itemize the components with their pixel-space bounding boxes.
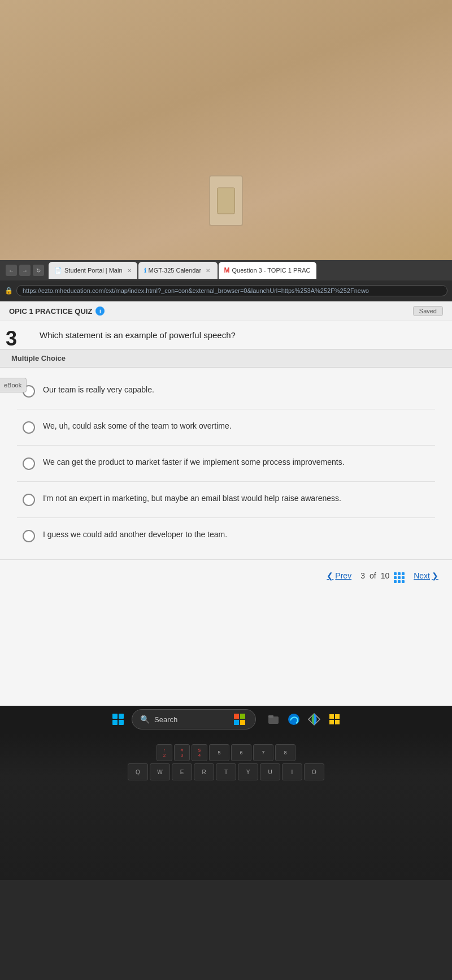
quiz-title: OPIC 1 PRACTICE QUIZ i	[9, 306, 105, 316]
svg-rect-7	[329, 714, 334, 719]
choice-item-c[interactable]: We can get the product to market faster …	[17, 446, 435, 482]
address-input[interactable]: https://ezto.mheducation.com/ext/map/ind…	[16, 285, 447, 296]
key-e[interactable]: E	[172, 763, 192, 780]
address-bar: 🔒 https://ezto.mheducation.com/ext/map/i…	[0, 280, 452, 301]
key-8[interactable]: 8	[275, 744, 295, 761]
svg-rect-2	[234, 720, 239, 725]
tab-label-2: MGT-325 Calendar	[149, 267, 202, 274]
file-manager-icon[interactable]	[265, 711, 282, 728]
saved-badge: Saved	[413, 306, 443, 316]
grid-nav-icon[interactable]	[394, 568, 405, 583]
ebook-tab[interactable]: eBook	[0, 378, 27, 392]
key-7[interactable]: 7	[253, 744, 273, 761]
copilot-icon[interactable]	[306, 711, 323, 728]
of-label: of	[370, 571, 376, 580]
key-q[interactable]: Q	[128, 763, 148, 780]
nav-footer: ❮ Prev 3 of 10 Next ❯	[0, 559, 452, 591]
tab-icon-3: M	[224, 266, 230, 274]
taskbar: 🔍 Search	[0, 706, 452, 733]
nav-controls: ← → ↻	[2, 265, 47, 276]
radio-b[interactable]	[23, 421, 35, 434]
store-icon[interactable]	[326, 711, 343, 728]
choice-item-b[interactable]: We, uh, could ask some of the team to wo…	[17, 409, 435, 446]
key-u[interactable]: U	[260, 763, 280, 780]
key-1[interactable]: ↑2	[157, 744, 172, 761]
tab-bar: ← → ↻ 📄 Student Portal | Main ✕ ℹ MGT-32…	[0, 260, 452, 280]
svg-rect-9	[329, 720, 334, 724]
next-chevron-icon: ❯	[432, 571, 438, 580]
wall-background	[0, 0, 452, 260]
key-i[interactable]: I	[282, 763, 302, 780]
key-5[interactable]: 5	[209, 744, 229, 761]
choice-text-e: I guess we could add another developer t…	[43, 529, 227, 541]
taskbar-search-bar[interactable]: 🔍 Search	[132, 709, 256, 729]
radio-c[interactable]	[23, 457, 35, 470]
prev-label: Prev	[335, 571, 351, 580]
edge-icon[interactable]	[285, 711, 302, 728]
svg-rect-5	[268, 715, 273, 718]
browser-chrome: ← → ↻ 📄 Student Portal | Main ✕ ℹ MGT-32…	[0, 260, 452, 301]
key-y[interactable]: Y	[238, 763, 258, 780]
key-o[interactable]: O	[304, 763, 324, 780]
key-3[interactable]: $4	[192, 744, 207, 761]
question-type-label: Multiple Choice	[0, 349, 452, 368]
svg-rect-10	[335, 720, 340, 724]
tab-student-portal[interactable]: 📄 Student Portal | Main ✕	[49, 262, 137, 279]
tab-icon-2: ℹ	[144, 267, 146, 274]
tab-question3[interactable]: M Question 3 - TOPIC 1 PRAC	[219, 262, 316, 279]
radio-e[interactable]	[23, 530, 35, 542]
windows-logo-icon	[112, 714, 124, 725]
radio-d[interactable]	[23, 494, 35, 506]
tab-icon: 📄	[54, 267, 62, 274]
choice-item-d[interactable]: I'm not an expert in marketing, but mayb…	[17, 482, 435, 518]
next-label: Next	[414, 571, 430, 580]
current-page: 3	[360, 571, 365, 580]
reload-button[interactable]: ↻	[33, 265, 44, 276]
key-2[interactable]: #3	[174, 744, 190, 761]
prev-button[interactable]: ❮ Prev	[327, 571, 351, 580]
choice-text-d: I'm not an expert in marketing, but mayb…	[43, 493, 341, 504]
svg-rect-8	[335, 714, 340, 719]
next-button[interactable]: Next ❯	[414, 571, 438, 580]
key-w[interactable]: W	[150, 763, 170, 780]
tab-close-1[interactable]: ✕	[127, 267, 132, 274]
lock-icon: 🔒	[5, 287, 13, 295]
total-pages: 10	[381, 571, 390, 580]
key-t[interactable]: T	[216, 763, 236, 780]
laptop-screen: ← → ↻ 📄 Student Portal | Main ✕ ℹ MGT-32…	[0, 260, 452, 733]
choice-text-a: Our team is really very capable.	[43, 385, 154, 396]
bing-icon	[232, 711, 247, 727]
search-label: Search	[154, 715, 177, 724]
light-switch	[209, 175, 243, 226]
svg-rect-3	[240, 720, 245, 725]
forward-button[interactable]: →	[19, 265, 31, 276]
tab-close-2[interactable]: ✕	[206, 267, 210, 274]
search-icon: 🔍	[140, 715, 150, 724]
info-icon[interactable]: i	[95, 306, 105, 316]
windows-start-button[interactable]	[109, 710, 127, 728]
key-r[interactable]: R	[194, 763, 214, 780]
choice-item-a[interactable]: Our team is really very capable.	[17, 373, 435, 409]
keyboard-row-numbers: ↑2 #3 $4 5 6 7 8	[6, 744, 446, 761]
key-6[interactable]: 6	[231, 744, 251, 761]
keyboard-row-qwerty: Q W E R T Y U I O	[6, 763, 446, 780]
choices-area: Our team is really very capable. We, uh,…	[0, 368, 452, 559]
tab-mgt-calendar[interactable]: ℹ MGT-325 Calendar ✕	[138, 262, 218, 279]
choice-item-e[interactable]: I guess we could add another developer t…	[17, 518, 435, 554]
choice-text-b: We, uh, could ask some of the team to wo…	[43, 421, 232, 432]
keyboard-area: ↑2 #3 $4 5 6 7 8 Q W E R T Y U I O	[0, 733, 452, 880]
tab-label-3: Question 3 - TOPIC 1 PRAC	[232, 267, 311, 274]
back-button[interactable]: ←	[6, 265, 17, 276]
question-area: 3 Which statement is an example of power…	[0, 321, 452, 349]
question-number: 3	[6, 327, 17, 351]
choice-text-c: We can get the product to market faster …	[43, 457, 345, 468]
quiz-content: eBook 3 Which statement is an example of…	[0, 321, 452, 706]
svg-rect-1	[240, 714, 245, 719]
prev-chevron-icon: ❮	[327, 571, 333, 580]
quiz-title-text: OPIC 1 PRACTICE QUIZ	[9, 307, 92, 316]
question-text: Which statement is an example of powerfu…	[34, 330, 441, 340]
tab-label: Student Portal | Main	[64, 267, 123, 274]
page-info: 3 of 10	[360, 568, 405, 583]
quiz-header: OPIC 1 PRACTICE QUIZ i Saved	[0, 301, 452, 321]
taskbar-icons	[265, 711, 343, 728]
